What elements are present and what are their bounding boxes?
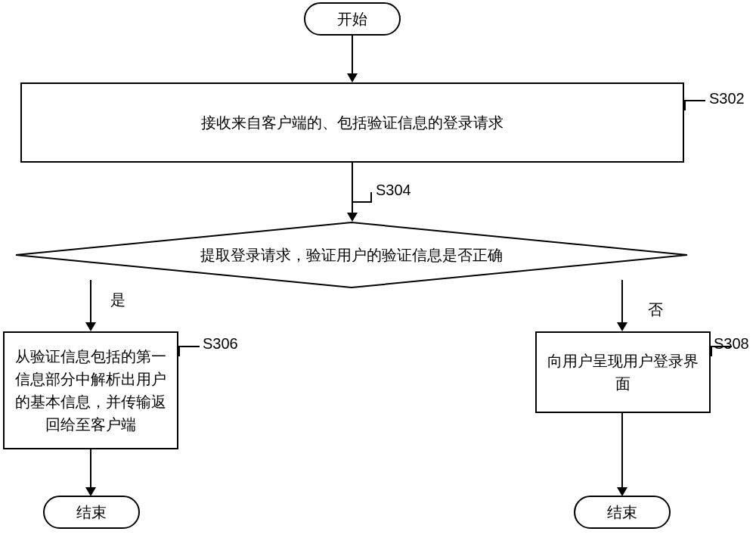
s304-label: S304: [376, 182, 411, 199]
s302-tick-h: [684, 100, 705, 101]
s306-process: 从验证信息包括的第一信息部分中解析出用户的基本信息，并传输返回给至客户端: [3, 331, 178, 449]
s308-text: 向用户呈现用户登录界面: [541, 350, 705, 395]
start-label: 开始: [337, 8, 367, 30]
s306-text: 从验证信息包括的第一信息部分中解析出用户的基本信息，并传输返回给至客户端: [9, 345, 172, 436]
arrow-s306-to-end: [90, 449, 91, 489]
arrowhead-s302-to-s304: [347, 213, 358, 222]
arrowhead-start-to-s302: [347, 73, 358, 82]
no-label: 否: [648, 300, 663, 320]
arrowhead-no: [617, 322, 627, 331]
s306-tick-h: [178, 346, 200, 347]
start-terminator: 开始: [304, 2, 401, 36]
s308-tick-v: [711, 346, 712, 356]
s302-text: 接收来自客户端的、包括验证信息的登录请求: [201, 111, 503, 134]
arrow-s302-to-s304: [352, 163, 353, 214]
s302-label: S302: [709, 90, 745, 107]
arrow-no-vertical: [621, 280, 623, 324]
s308-label: S308: [714, 335, 749, 353]
end-left-label: 结束: [76, 501, 107, 524]
s304-tick-v: [370, 192, 372, 203]
s308-process: 向用户呈现用户登录界面: [535, 331, 711, 413]
s304-tick-h: [352, 201, 372, 203]
s306-tick-v: [178, 346, 180, 356]
s306-label: S306: [203, 335, 238, 353]
s302-process: 接收来自客户端的、包括验证信息的登录请求: [20, 82, 684, 163]
s304-decision: 提取登录请求，验证用户的验证信息是否正确: [15, 222, 688, 288]
arrowhead-yes: [85, 322, 96, 331]
yes-label: 是: [110, 290, 125, 310]
end-right-terminator: 结束: [574, 496, 671, 529]
end-left-terminator: 结束: [43, 496, 140, 529]
arrow-s308-to-end: [621, 413, 623, 489]
s304-text: 提取登录请求，验证用户的验证信息是否正确: [15, 222, 688, 288]
arrow-yes-vertical: [90, 280, 91, 324]
s302-tick-v: [684, 100, 686, 110]
end-right-label: 结束: [607, 501, 637, 524]
arrow-start-to-s302: [352, 36, 353, 75]
